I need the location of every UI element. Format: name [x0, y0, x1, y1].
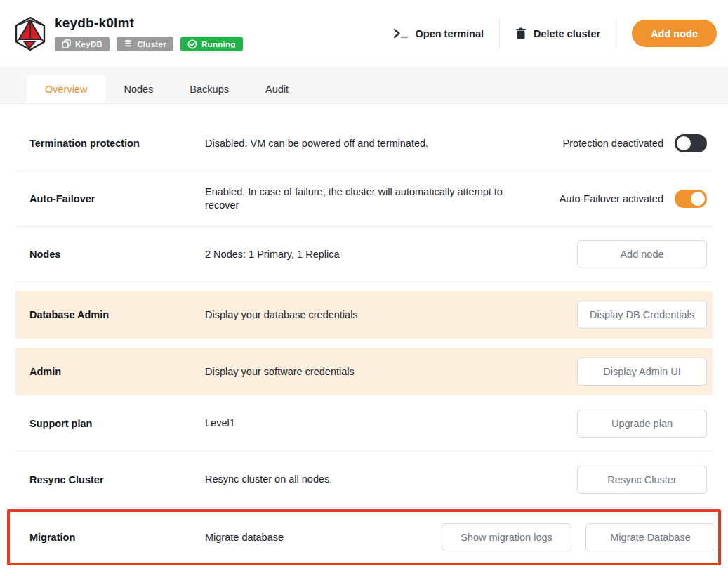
- layers-icon: [62, 39, 71, 48]
- row-description: Display your database credentials: [205, 308, 521, 322]
- row-label: Resync Cluster: [29, 474, 205, 485]
- trash-icon: [515, 27, 527, 39]
- row-description: Display your software credentials: [205, 365, 521, 379]
- row-label: Database Admin: [29, 309, 205, 320]
- status-badge-running: Running: [180, 37, 243, 51]
- display-admin-ui-button[interactable]: Display Admin UI: [577, 358, 707, 386]
- row-description: Disabled. VM can be powered off and term…: [205, 137, 521, 150]
- add-node-row-button[interactable]: Add node: [577, 240, 707, 268]
- open-terminal-button[interactable]: Open terminal: [378, 28, 500, 39]
- migration-highlight-box: Migration Migrate database Show migratio…: [7, 509, 721, 565]
- delete-cluster-button[interactable]: Delete cluster: [500, 27, 616, 39]
- auto-failover-toggle[interactable]: [675, 190, 707, 208]
- upgrade-plan-button[interactable]: Upgrade plan: [577, 410, 707, 438]
- row-description: Resync cluster on all nodes.: [205, 473, 521, 486]
- row-label: Admin: [29, 366, 205, 377]
- row-label: Migration: [29, 532, 205, 543]
- toggle-state-label: Protection deactivated: [563, 138, 663, 149]
- delete-cluster-label: Delete cluster: [534, 28, 600, 39]
- row-nodes: Nodes 2 Nodes: 1 Primary, 1 Replica Add …: [15, 227, 713, 282]
- badge-label: KeyDB: [75, 40, 102, 48]
- terminal-icon: [393, 28, 409, 39]
- row-description: Level1: [205, 417, 521, 430]
- overview-panel: Termination protection Disabled. VM can …: [0, 104, 728, 565]
- row-termination-protection: Termination protection Disabled. VM can …: [15, 116, 713, 171]
- tab-audit[interactable]: Audit: [247, 75, 307, 103]
- migrate-database-button[interactable]: Migrate Database: [585, 523, 715, 551]
- add-node-button[interactable]: Add node: [632, 20, 717, 47]
- tab-backups[interactable]: Backups: [171, 75, 247, 103]
- toggle-state-label: Auto-Failover activated: [560, 193, 663, 204]
- badge-label: Running: [201, 40, 236, 48]
- row-admin: Admin Display your software credentials …: [15, 348, 713, 395]
- row-description: 2 Nodes: 1 Primary, 1 Replica: [205, 248, 521, 261]
- show-migration-logs-button[interactable]: Show migration logs: [442, 523, 571, 551]
- toggle-knob: [677, 136, 691, 150]
- open-terminal-label: Open terminal: [416, 28, 484, 39]
- row-auto-failover: Auto-Failover Enabled. In case of failur…: [15, 171, 713, 227]
- row-description: Enabled. In case of failure, the cluster…: [205, 185, 521, 212]
- row-resync-cluster: Resync Cluster Resync cluster on all nod…: [15, 452, 713, 508]
- row-migration: Migration Migrate database Show migratio…: [10, 512, 718, 563]
- divider: [616, 19, 616, 48]
- database-icon: [124, 39, 133, 48]
- page-title: keydb-k0lmt: [55, 15, 243, 31]
- row-label: Nodes: [29, 249, 205, 260]
- row-database-admin: Database Admin Display your database cre…: [15, 291, 713, 339]
- check-circle-icon: [187, 39, 197, 49]
- row-label: Auto-Failover: [29, 193, 205, 204]
- display-db-credentials-button[interactable]: Display DB Credentials: [577, 301, 707, 329]
- badge-cluster: Cluster: [117, 37, 173, 51]
- badge-label: Cluster: [137, 40, 166, 48]
- toggle-knob: [691, 192, 705, 206]
- row-label: Termination protection: [29, 138, 205, 149]
- tab-overview[interactable]: Overview: [27, 75, 105, 103]
- badges: KeyDB Cluster: [55, 37, 243, 51]
- keydb-logo: [14, 16, 46, 51]
- row-description: Migrate database: [205, 531, 442, 544]
- resync-cluster-button[interactable]: Resync Cluster: [577, 466, 707, 494]
- termination-protection-toggle[interactable]: [675, 134, 707, 152]
- cluster-header: keydb-k0lmt KeyDB: [0, 0, 728, 67]
- tab-nodes[interactable]: Nodes: [105, 75, 171, 103]
- row-label: Support plan: [29, 418, 205, 429]
- row-support-plan: Support plan Level1 Upgrade plan: [15, 395, 713, 452]
- tab-bar: Overview Nodes Backups Audit: [0, 67, 728, 104]
- badge-keydb: KeyDB: [55, 37, 110, 51]
